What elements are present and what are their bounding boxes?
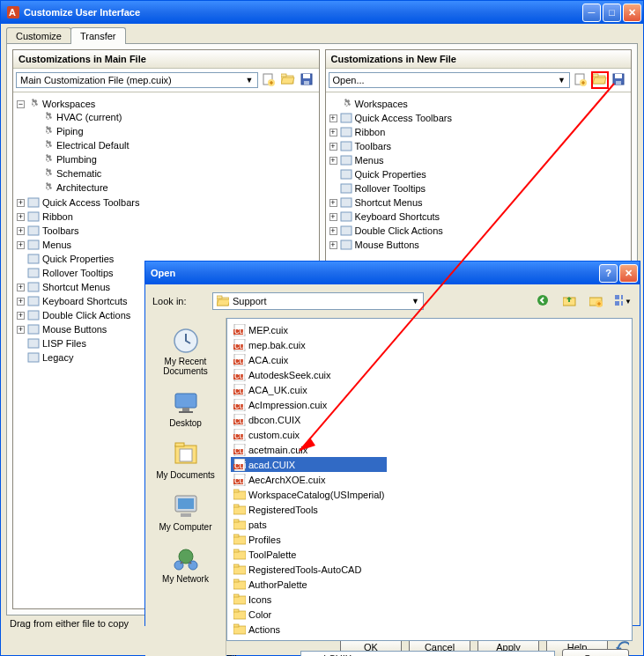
tree-label[interactable]: Electrical Default [56,140,130,151]
tree-label[interactable]: Quick Access Toolbars [355,113,452,123]
file-item[interactable]: RegisteredTools [231,502,387,517]
tab-customize[interactable]: Customize [6,27,71,44]
file-item[interactable]: mep.bak.cuix [231,337,387,352]
maximize-button[interactable]: □ [603,4,621,22]
expander-icon[interactable]: + [17,227,25,235]
tree-label[interactable]: Mouse Buttons [42,324,107,335]
create-folder-button[interactable] [587,291,606,311]
tree-label[interactable]: Piping [56,126,84,136]
tree-label[interactable]: Architecture [56,182,108,193]
expander-icon[interactable]: + [17,312,25,320]
expander-icon[interactable]: + [329,241,337,249]
file-item[interactable]: AutodeskSeek.cuix [231,367,387,382]
cui-titlebar[interactable]: A Customize User Interface ─ □ ✕ [1,1,643,24]
tree-label[interactable]: Menus [42,240,71,250]
expander-icon[interactable]: + [329,157,337,165]
close-button[interactable]: ✕ [623,4,641,22]
expander-icon[interactable]: + [17,241,25,249]
tree-label[interactable]: Menus [355,155,384,166]
expander-icon[interactable]: + [329,143,337,151]
file-item[interactable]: custom.cuix [231,427,387,442]
place-my-network[interactable]: My Network [145,541,226,587]
tree-label[interactable]: Shortcut Menus [355,197,423,208]
tree-label[interactable]: Shortcut Menus [42,282,110,292]
file-item[interactable]: AecArchXOE.cuix [231,472,387,487]
place-my-recent-documents[interactable]: My Recent Documents [145,323,226,380]
file-item[interactable]: RegisteredTools-AutoCAD [231,562,387,577]
cuix-file-icon [233,414,246,426]
file-item[interactable]: Icons [231,592,387,607]
left-open-button[interactable] [279,71,297,89]
minimize-button[interactable]: ─ [582,4,601,22]
file-item[interactable]: MEP.cuix [231,322,387,337]
file-item[interactable]: AcImpression.cuix [231,397,387,412]
expander-icon[interactable]: + [17,213,25,221]
tree-label[interactable]: Legacy [42,352,73,363]
file-item[interactable]: acetmain.cuix [231,442,387,457]
back-button[interactable] [534,291,553,311]
expander-icon[interactable]: + [329,199,337,207]
open-titlebar[interactable]: Open ? ✕ [145,262,640,284]
file-item[interactable]: AuthorPalette [231,577,387,592]
tree-label[interactable]: Ribbon [42,211,73,222]
tree-label[interactable]: Quick Access Toolbars [42,197,139,208]
expander-icon[interactable]: + [17,326,25,334]
place-desktop[interactable]: Desktop [145,385,226,431]
file-name: Profiles [248,534,281,545]
file-item[interactable]: Color [231,607,387,622]
file-item[interactable]: acad.CUIX [231,457,387,472]
file-list-pane[interactable]: MEP.cuixmep.bak.cuixACA.cuixAutodeskSeek… [226,318,633,641]
tree-label[interactable]: Quick Properties [42,254,114,264]
right-open-button[interactable] [591,71,609,89]
tree-label[interactable]: Keyboard Shortcuts [355,211,440,222]
expander-icon[interactable]: + [329,114,337,122]
tree-label[interactable]: Double Click Actions [42,310,130,321]
expander-icon[interactable]: − [17,100,25,108]
tree-label[interactable]: Toolbars [355,141,392,151]
file-item[interactable]: ToolPalette [231,547,387,562]
place-my-documents[interactable]: My Documents [145,437,226,483]
expander-icon[interactable]: + [329,129,337,136]
tree-label[interactable]: Rollover Tooltips [42,268,114,278]
file-item[interactable]: ACA_UK.cuix [231,382,387,397]
filename-input[interactable]: acad.CUIX [300,651,555,656]
left-file-dropdown[interactable]: Main Customization File (mep.cuix) [16,72,258,88]
right-file-dropdown[interactable]: Open... [329,72,571,88]
tree-label[interactable]: Double Click Actions [355,225,443,236]
expander-icon[interactable]: + [17,284,25,291]
tree-label[interactable]: Keyboard Shortcuts [42,296,128,306]
tree-label[interactable]: Ribbon [355,127,386,137]
file-item[interactable]: Actions [231,622,387,637]
tree-label[interactable]: Workspaces [42,99,95,109]
expander-icon[interactable]: + [17,199,25,207]
tree-label[interactable]: Plumbing [56,154,97,165]
file-item[interactable]: pats [231,517,387,532]
right-new-button[interactable] [572,71,589,89]
open-help-button[interactable]: ? [599,264,618,283]
tree-label[interactable]: Rollover Tooltips [355,183,426,194]
expander-icon[interactable]: + [17,298,25,306]
place-my-computer[interactable]: My Computer [145,489,226,535]
look-in-dropdown[interactable]: Support [212,292,424,310]
tree-label[interactable]: Mouse Buttons [355,240,419,250]
right-save-button[interactable] [611,71,628,89]
views-button[interactable]: ▼ [613,291,633,311]
expander-icon[interactable]: + [329,227,337,235]
tree-label[interactable]: Workspaces [355,99,408,109]
file-item[interactable]: WorkspaceCatalog(USImperial) [231,487,387,502]
tree-label[interactable]: Toolbars [42,225,79,236]
open-button[interactable]: Open [562,649,629,656]
file-item[interactable]: dbcon.CUIX [231,412,387,427]
up-one-level-button[interactable] [560,291,580,311]
tree-label[interactable]: Quick Properties [355,169,426,180]
tree-label[interactable]: Schematic [56,168,101,179]
left-save-button[interactable] [299,71,316,89]
tree-label[interactable]: LISP Files [42,338,86,349]
tree-label[interactable]: HVAC (current) [56,112,122,122]
tab-transfer[interactable]: Transfer [70,27,126,44]
file-item[interactable]: ACA.cuix [231,352,387,367]
file-item[interactable]: Profiles [231,532,387,547]
open-close-button[interactable]: ✕ [619,264,638,283]
expander-icon[interactable]: + [329,213,337,221]
left-new-button[interactable] [260,71,278,89]
